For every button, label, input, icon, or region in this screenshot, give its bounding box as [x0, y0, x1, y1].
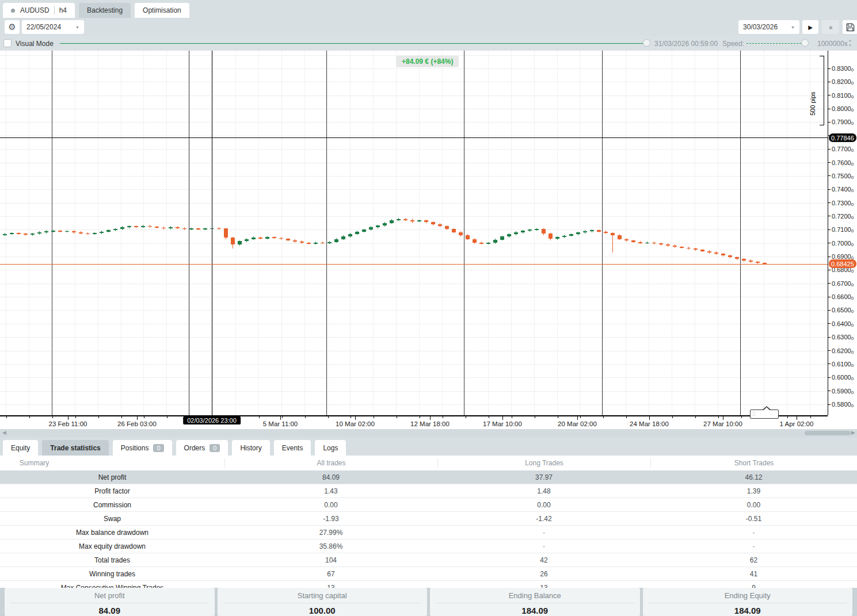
price-axis[interactable]: 0.830000.820000.810000.800000.790000.780… — [828, 51, 857, 415]
time-tick-major — [577, 416, 578, 420]
time-tick — [512, 416, 512, 418]
speed-slider[interactable] — [746, 43, 804, 44]
candle — [397, 219, 401, 220]
price-tick-label: 0.80000 — [828, 105, 854, 113]
speed-spinner[interactable]: ▲▼ — [847, 38, 853, 48]
time-tick — [351, 416, 351, 418]
row-value-short: -0.51 — [650, 515, 857, 523]
candle — [72, 231, 76, 232]
candle — [279, 238, 283, 239]
table-row[interactable]: Commission0.000.000.00 — [0, 498, 857, 512]
results-tab-equity[interactable]: Equity — [3, 440, 38, 456]
candle — [431, 222, 435, 224]
card-divider — [10, 603, 209, 603]
time-tick — [98, 416, 99, 418]
candle — [217, 228, 221, 229]
card-title: Ending Balance — [430, 588, 640, 600]
card-divider — [223, 603, 422, 603]
candle — [120, 227, 124, 229]
candle — [31, 234, 35, 235]
table-row[interactable]: Net profit84.0937.9746.12 — [0, 470, 857, 484]
row-value-short: 0.00 — [650, 501, 857, 509]
time-tick — [626, 416, 627, 418]
end-date-select[interactable]: 30/03/2026 ▼ — [738, 20, 799, 34]
tab-symbol[interactable]: AUDUSD h4 — [3, 3, 75, 18]
timeline-handle[interactable] — [643, 39, 650, 47]
crosshair-price-pill: 0.77846 — [829, 133, 856, 142]
row-value-long: 42 — [437, 556, 650, 564]
save-button[interactable] — [843, 20, 857, 34]
price-tick-label: 0.77000 — [828, 145, 854, 153]
settings-button[interactable]: ⚙ — [5, 20, 20, 34]
stats-table-body: Net profit84.0937.9746.12Profit factor1.… — [0, 470, 857, 588]
table-row[interactable]: Profit factor1.431.481.39 — [0, 484, 857, 498]
row-value-short: 46.12 — [650, 473, 857, 481]
table-row[interactable]: Winning trades672641 — [0, 567, 857, 581]
price-tick-label: 0.58000 — [828, 400, 854, 408]
stop-button[interactable]: ■ — [822, 20, 839, 34]
table-row[interactable]: Max equity drawdown35.86%-- — [0, 540, 857, 553]
candle — [162, 228, 166, 228]
candle — [638, 242, 642, 243]
top-tab-bar: AUDUSD h4 Backtesting Optimisation — [0, 0, 857, 18]
time-tick — [374, 416, 374, 418]
timeline-slider[interactable] — [60, 43, 645, 44]
results-tab-trade-statistics[interactable]: Trade statistics — [42, 440, 108, 456]
row-value-short: 1.39 — [650, 487, 857, 495]
floppy-disk-icon — [846, 23, 855, 32]
time-axis-scroll-thumb[interactable] — [750, 410, 779, 419]
chevron-down-icon: ▼ — [70, 25, 79, 29]
start-date-select[interactable]: 22/05/2024 ▼ — [22, 20, 84, 34]
table-row[interactable]: Swap-1.93-1.42-0.51 — [0, 512, 857, 526]
row-value-short: - — [650, 529, 857, 537]
play-button[interactable]: ▶ — [802, 20, 818, 34]
time-tick — [603, 416, 604, 418]
card-divider — [649, 603, 847, 603]
chart-horizontal-scrollbar[interactable]: ◀ ▶ — [0, 429, 857, 437]
candle — [624, 239, 629, 241]
candle — [410, 220, 414, 221]
end-date-value: 30/03/2026 — [743, 23, 778, 31]
time-tick — [420, 416, 420, 418]
time-tick — [121, 416, 122, 418]
time-tick — [741, 416, 742, 418]
candle — [507, 234, 511, 236]
time-axis[interactable]: 23 Feb 11:0026 Feb 03:005 Mar 11:0010 Ma… — [0, 415, 828, 429]
scroll-left-icon[interactable]: ◀ — [2, 430, 6, 435]
candle — [680, 247, 684, 248]
results-tab-positions[interactable]: Positions0 — [113, 440, 172, 456]
table-row[interactable]: Max balance drawdown27.99%-- — [0, 526, 857, 540]
time-tick-major — [355, 416, 356, 420]
time-axis-label: 20 Mar 02:00 — [558, 420, 597, 427]
scrollbar-thumb[interactable] — [805, 431, 851, 435]
time-axis-label: 24 Mar 18:00 — [630, 420, 669, 427]
candle — [79, 232, 83, 234]
scroll-right-icon[interactable]: ▶ — [851, 430, 855, 435]
row-value-short: - — [650, 542, 857, 550]
candlestick-chart[interactable] — [0, 51, 828, 415]
symbol-status-dot — [11, 9, 15, 13]
visual-mode-checkbox[interactable] — [3, 39, 12, 47]
speed-handle[interactable] — [801, 39, 809, 47]
time-tick — [558, 416, 558, 418]
results-tab-history[interactable]: History — [232, 440, 269, 456]
candle — [445, 226, 449, 229]
row-value-long: 0.00 — [437, 501, 650, 509]
time-axis-label: 12 Mar 18:00 — [410, 420, 450, 427]
time-tick — [328, 416, 329, 418]
results-tab-logs[interactable]: Logs — [315, 440, 346, 456]
tab-backtesting[interactable]: Backtesting — [79, 3, 131, 18]
candle — [666, 244, 670, 246]
table-row[interactable]: Total trades1044262 — [0, 553, 857, 567]
candle — [127, 226, 131, 227]
candle — [390, 220, 394, 223]
candle — [417, 220, 421, 221]
results-tab-orders[interactable]: Orders0 — [176, 440, 228, 456]
card-value: 184.09 — [430, 606, 640, 615]
table-row[interactable]: Max Consecutive Winning Trades13139 — [0, 581, 857, 588]
summary-card-net-profit: Net profit84.09 — [5, 588, 215, 616]
time-tick — [466, 416, 466, 418]
price-tick-label: 0.67000 — [828, 280, 854, 288]
tab-optimisation[interactable]: Optimisation — [135, 3, 189, 18]
results-tab-events[interactable]: Events — [274, 440, 311, 456]
